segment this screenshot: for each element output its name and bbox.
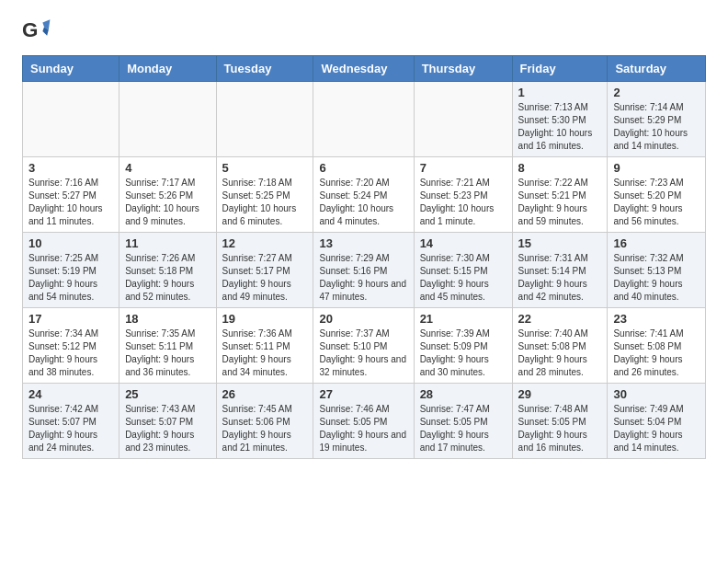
calendar-day-header: Saturday [608,56,706,82]
calendar-cell: 24Sunrise: 7:42 AM Sunset: 5:07 PM Dayli… [23,384,119,459]
calendar-cell: 4Sunrise: 7:17 AM Sunset: 5:26 PM Daylig… [119,157,216,233]
calendar-cell: 23Sunrise: 7:41 AM Sunset: 5:08 PM Dayli… [608,308,706,384]
day-number: 19 [222,312,308,326]
calendar-cell: 6Sunrise: 7:20 AM Sunset: 5:24 PM Daylig… [313,157,414,233]
day-info: Sunrise: 7:45 AM Sunset: 5:06 PM Dayligh… [222,403,308,454]
day-info: Sunrise: 7:27 AM Sunset: 5:17 PM Dayligh… [222,252,308,304]
day-number: 12 [222,236,308,250]
calendar-day-header: Monday [119,56,216,82]
day-number: 26 [222,387,308,401]
day-info: Sunrise: 7:31 AM Sunset: 5:14 PM Dayligh… [518,252,602,304]
day-info: Sunrise: 7:25 AM Sunset: 5:19 PM Dayligh… [28,252,113,304]
svg-text:G: G [22,18,38,41]
day-number: 28 [420,387,506,401]
day-info: Sunrise: 7:36 AM Sunset: 5:11 PM Dayligh… [222,327,308,379]
day-number: 14 [420,236,506,250]
day-info: Sunrise: 7:42 AM Sunset: 5:07 PM Dayligh… [28,403,113,454]
calendar-cell: 11Sunrise: 7:26 AM Sunset: 5:18 PM Dayli… [119,233,216,308]
calendar-cell: 27Sunrise: 7:46 AM Sunset: 5:05 PM Dayli… [313,384,414,459]
calendar-day-header: Sunday [23,56,119,82]
calendar-cell: 25Sunrise: 7:43 AM Sunset: 5:07 PM Dayli… [119,384,216,459]
day-info: Sunrise: 7:14 AM Sunset: 5:29 PM Dayligh… [613,101,700,153]
day-number: 17 [28,312,113,326]
calendar-wrapper: SundayMondayTuesdayWednesdayThursdayFrid… [0,55,728,470]
day-info: Sunrise: 7:48 AM Sunset: 5:05 PM Dayligh… [518,403,602,454]
calendar-cell: 29Sunrise: 7:48 AM Sunset: 5:05 PM Dayli… [512,384,608,459]
day-number: 30 [613,387,700,401]
day-info: Sunrise: 7:20 AM Sunset: 5:24 PM Dayligh… [319,177,407,228]
calendar-week-row: 17Sunrise: 7:34 AM Sunset: 5:12 PM Dayli… [23,308,706,384]
calendar-cell: 18Sunrise: 7:35 AM Sunset: 5:11 PM Dayli… [119,308,216,384]
calendar-cell: 3Sunrise: 7:16 AM Sunset: 5:27 PM Daylig… [23,157,119,233]
day-info: Sunrise: 7:41 AM Sunset: 5:08 PM Dayligh… [613,327,700,379]
calendar-cell [119,82,216,157]
logo: G [22,17,55,46]
day-number: 15 [518,236,602,250]
calendar-cell [313,82,414,157]
logo-icon: G [22,17,51,46]
day-number: 2 [613,86,700,99]
day-number: 1 [518,86,602,99]
day-info: Sunrise: 7:47 AM Sunset: 5:05 PM Dayligh… [420,403,506,454]
calendar-cell: 10Sunrise: 7:25 AM Sunset: 5:19 PM Dayli… [23,233,119,308]
day-number: 8 [518,161,602,175]
day-info: Sunrise: 7:16 AM Sunset: 5:27 PM Dayligh… [28,177,113,228]
calendar-cell: 28Sunrise: 7:47 AM Sunset: 5:05 PM Dayli… [414,384,512,459]
calendar-cell: 15Sunrise: 7:31 AM Sunset: 5:14 PM Dayli… [512,233,608,308]
day-number: 18 [125,312,210,326]
calendar-week-row: 10Sunrise: 7:25 AM Sunset: 5:19 PM Dayli… [23,233,706,308]
calendar-cell: 7Sunrise: 7:21 AM Sunset: 5:23 PM Daylig… [414,157,512,233]
day-number: 25 [125,387,210,401]
day-info: Sunrise: 7:32 AM Sunset: 5:13 PM Dayligh… [613,252,700,304]
day-number: 11 [125,236,210,250]
day-number: 3 [28,161,113,175]
calendar-cell: 17Sunrise: 7:34 AM Sunset: 5:12 PM Dayli… [23,308,119,384]
calendar-week-row: 1Sunrise: 7:13 AM Sunset: 5:30 PM Daylig… [23,82,706,157]
day-number: 7 [420,161,506,175]
day-number: 13 [319,236,407,250]
day-info: Sunrise: 7:34 AM Sunset: 5:12 PM Dayligh… [28,327,113,379]
calendar-day-header: Friday [512,56,608,82]
day-info: Sunrise: 7:43 AM Sunset: 5:07 PM Dayligh… [125,403,210,454]
calendar-cell: 30Sunrise: 7:49 AM Sunset: 5:04 PM Dayli… [608,384,706,459]
calendar-cell [23,82,119,157]
day-info: Sunrise: 7:39 AM Sunset: 5:09 PM Dayligh… [420,327,506,379]
calendar-cell: 16Sunrise: 7:32 AM Sunset: 5:13 PM Dayli… [608,233,706,308]
day-number: 20 [319,312,407,326]
calendar-cell: 19Sunrise: 7:36 AM Sunset: 5:11 PM Dayli… [216,308,313,384]
calendar-cell: 5Sunrise: 7:18 AM Sunset: 5:25 PM Daylig… [216,157,313,233]
day-info: Sunrise: 7:17 AM Sunset: 5:26 PM Dayligh… [125,177,210,228]
calendar-cell: 14Sunrise: 7:30 AM Sunset: 5:15 PM Dayli… [414,233,512,308]
calendar-cell: 22Sunrise: 7:40 AM Sunset: 5:08 PM Dayli… [512,308,608,384]
calendar-cell: 26Sunrise: 7:45 AM Sunset: 5:06 PM Dayli… [216,384,313,459]
day-number: 22 [518,312,602,326]
day-number: 27 [319,387,407,401]
day-number: 5 [222,161,308,175]
day-number: 6 [319,161,407,175]
day-number: 4 [125,161,210,175]
day-info: Sunrise: 7:22 AM Sunset: 5:21 PM Dayligh… [518,177,602,228]
calendar-cell: 21Sunrise: 7:39 AM Sunset: 5:09 PM Dayli… [414,308,512,384]
calendar-day-header: Wednesday [313,56,414,82]
calendar-day-header: Thursday [414,56,512,82]
calendar-cell [216,82,313,157]
day-number: 29 [518,387,602,401]
calendar-week-row: 3Sunrise: 7:16 AM Sunset: 5:27 PM Daylig… [23,157,706,233]
day-info: Sunrise: 7:29 AM Sunset: 5:16 PM Dayligh… [319,252,407,304]
calendar-week-row: 24Sunrise: 7:42 AM Sunset: 5:07 PM Dayli… [23,384,706,459]
calendar-cell: 2Sunrise: 7:14 AM Sunset: 5:29 PM Daylig… [608,82,706,157]
calendar-cell [414,82,512,157]
day-number: 24 [28,387,113,401]
calendar-cell: 9Sunrise: 7:23 AM Sunset: 5:20 PM Daylig… [608,157,706,233]
day-number: 9 [613,161,700,175]
calendar-cell: 20Sunrise: 7:37 AM Sunset: 5:10 PM Dayli… [313,308,414,384]
day-info: Sunrise: 7:13 AM Sunset: 5:30 PM Dayligh… [518,101,602,153]
calendar-cell: 13Sunrise: 7:29 AM Sunset: 5:16 PM Dayli… [313,233,414,308]
day-number: 23 [613,312,700,326]
page-header: G [0,0,728,55]
day-info: Sunrise: 7:26 AM Sunset: 5:18 PM Dayligh… [125,252,210,304]
day-info: Sunrise: 7:18 AM Sunset: 5:25 PM Dayligh… [222,177,308,228]
day-info: Sunrise: 7:21 AM Sunset: 5:23 PM Dayligh… [420,177,506,228]
day-number: 10 [28,236,113,250]
day-info: Sunrise: 7:35 AM Sunset: 5:11 PM Dayligh… [125,327,210,379]
